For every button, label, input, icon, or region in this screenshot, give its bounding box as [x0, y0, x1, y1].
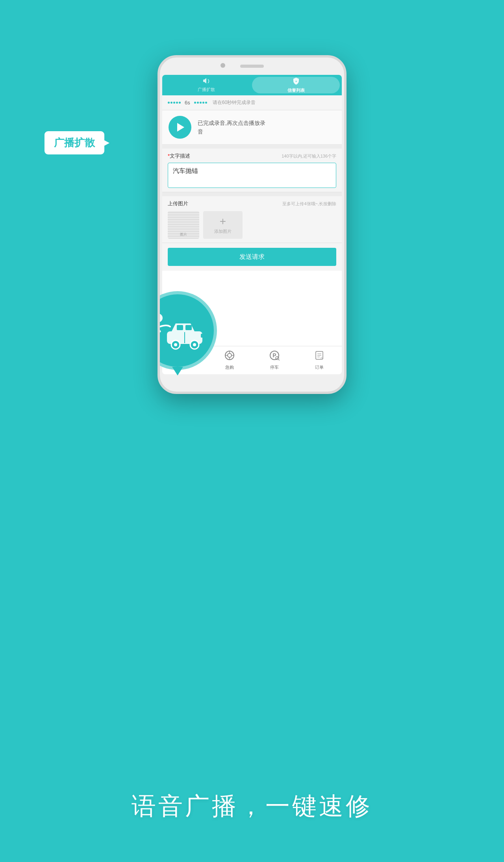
upload-hint: 至多可上传4张哦~,长按删除	[282, 201, 336, 207]
upload-label: 上传图片	[168, 200, 188, 207]
reputation-icon: ≡	[292, 77, 300, 87]
add-plus-icon: +	[220, 216, 226, 227]
divider2	[162, 192, 342, 196]
recording-time: 6s	[185, 100, 190, 106]
phone-camera	[220, 63, 225, 68]
svg-text:≡: ≡	[295, 80, 296, 83]
tooltip-text: 广播扩散	[54, 136, 95, 150]
tab-broadcast[interactable]: 广播扩散	[162, 75, 250, 95]
play-text: 已完成录音,再次点击播放录 音	[198, 119, 265, 136]
order-icon	[314, 350, 324, 363]
tab-reputation-label: 信誉列表	[287, 87, 305, 93]
recording-hint: 请在60秒钟完成录音	[213, 99, 256, 106]
svg-rect-21	[177, 325, 183, 330]
phone-shell: 广播扩散 ≡ 信誉列表	[158, 55, 346, 394]
svg-point-26	[193, 343, 196, 346]
svg-point-19	[158, 314, 163, 322]
svg-point-24	[174, 343, 177, 346]
broadcast-icon	[202, 78, 210, 86]
image-caption: 图片	[180, 232, 187, 237]
add-label: 添加图片	[214, 229, 232, 234]
circle-pointer	[172, 367, 183, 375]
add-image-button[interactable]: + 添加图片	[203, 211, 243, 239]
nav-item-order[interactable]: 订单	[297, 346, 342, 374]
desc-counter: 140字以内,还可输入136个字	[282, 153, 336, 159]
upload-section: 上传图片 至多可上传4张哦~,长按删除 图片 + 添加图片	[162, 196, 342, 243]
play-text-line1: 已完成录音,再次点击播放录	[198, 120, 265, 126]
svg-line-14	[278, 359, 280, 360]
upload-header: 上传图片 至多可上传4张哦~,长按删除	[168, 200, 336, 207]
dots-right	[194, 102, 207, 104]
tagline-text: 语音广播，一键速修	[132, 792, 372, 819]
car-person-svg	[158, 307, 208, 354]
parking-icon: P	[269, 350, 280, 363]
desc-label: *文字描述	[168, 152, 190, 160]
send-button[interactable]: 发送请求	[168, 248, 336, 266]
svg-rect-22	[185, 325, 192, 330]
send-section: 发送请求	[162, 243, 342, 271]
play-triangle-icon	[177, 123, 184, 132]
divider1	[162, 145, 342, 149]
svg-point-6	[228, 353, 232, 357]
tab-bar: 广播扩散 ≡ 信誉列表	[162, 75, 342, 95]
desc-value: 汽车抛锚	[173, 167, 198, 174]
uploaded-image[interactable]: 图片	[168, 211, 199, 239]
phone-speaker	[240, 65, 264, 68]
play-button[interactable]	[169, 116, 191, 139]
nav-label-parking: 停车	[270, 364, 279, 370]
tab-reputation[interactable]: ≡ 信誉列表	[252, 77, 340, 93]
description-section: *文字描述 140字以内,还可输入136个字 汽车抛锚	[162, 149, 342, 192]
nav-item-shop[interactable]: 急购	[207, 346, 252, 374]
play-text-line2: 音	[198, 128, 203, 135]
nav-label-shop: 急购	[225, 364, 234, 370]
upload-images: 图片 + 添加图片	[168, 211, 336, 239]
dots-left	[168, 102, 181, 104]
nav-item-parking[interactable]: P 停车	[252, 346, 297, 374]
nav-label-order: 订单	[315, 364, 324, 370]
svg-rect-27	[201, 334, 203, 338]
tooltip-bubble: 广播扩散	[43, 130, 106, 156]
tab-broadcast-label: 广播扩散	[198, 87, 215, 93]
play-section: 已完成录音,再次点击播放录 音	[162, 110, 342, 145]
desc-header: *文字描述 140字以内,还可输入136个字	[168, 152, 336, 160]
bottom-tagline: 语音广播，一键速修	[132, 790, 372, 823]
shop-icon	[224, 350, 235, 363]
recording-section: 6s 请在60秒钟完成录音	[162, 95, 342, 110]
phone-container: 广播扩散 ≡ 信誉列表	[158, 55, 346, 394]
desc-input[interactable]: 汽车抛锚	[168, 163, 336, 188]
